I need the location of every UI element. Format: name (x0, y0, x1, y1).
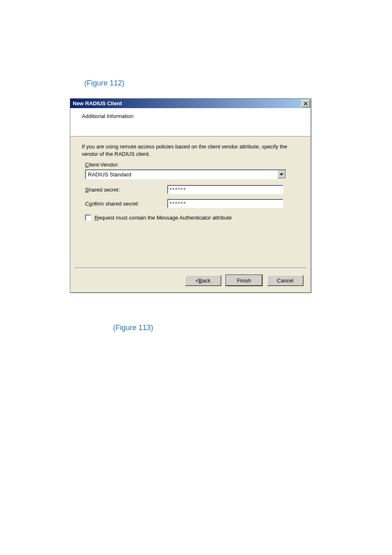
dialog-banner: Additional Information (70, 108, 311, 136)
figure-link-text[interactable]: Figure 112 (87, 79, 122, 87)
client-vendor-label: Client-Vendor: (85, 162, 294, 168)
shared-secret-row: Shared secret: ×××××× (85, 185, 294, 194)
authenticator-checkbox-row: Request must contain the Message Authent… (85, 215, 294, 221)
chevron-down-icon (280, 173, 283, 176)
shared-secret-input[interactable]: ×××××× (167, 185, 283, 194)
button-bar: < Back Finish Cancel (185, 275, 303, 286)
separator (74, 268, 307, 269)
dialog-body: If you are using remote access policies … (70, 136, 311, 221)
figure-link-2: (Figure 113) (113, 324, 153, 332)
paren-close: ) (122, 79, 125, 87)
close-icon (304, 102, 308, 105)
instruction-text: If you are using remote access policies … (82, 143, 294, 157)
finish-button[interactable]: Finish (226, 275, 262, 286)
new-radius-client-dialog: New RADIUS Client Additional Information… (70, 98, 311, 293)
figure-link-1: (Figure 112) (84, 79, 125, 88)
confirm-secret-label: Confirm shared secret: (85, 201, 167, 207)
authenticator-checkbox[interactable] (85, 215, 91, 221)
close-button[interactable] (302, 100, 310, 107)
titlebar: New RADIUS Client (70, 99, 311, 108)
cancel-button[interactable]: Cancel (267, 275, 303, 286)
dialog-title: New RADIUS Client (73, 100, 122, 106)
shared-secret-label: Shared secret: (85, 187, 167, 193)
figure-link-text[interactable]: Figure 113 (115, 324, 151, 332)
back-button[interactable]: < Back (185, 275, 221, 286)
confirm-secret-row: Confirm shared secret: ×××××× (85, 199, 294, 208)
confirm-secret-input[interactable]: ×××××× (167, 199, 283, 208)
authenticator-checkbox-label: Request must contain the Message Authent… (95, 215, 232, 221)
client-vendor-combo[interactable]: RADIUS Standard (85, 169, 286, 179)
combo-dropdown-button[interactable] (277, 170, 286, 178)
paren-close: ) (151, 324, 153, 332)
banner-text: Additional Information (82, 113, 311, 119)
client-vendor-value: RADIUS Standard (85, 171, 277, 178)
